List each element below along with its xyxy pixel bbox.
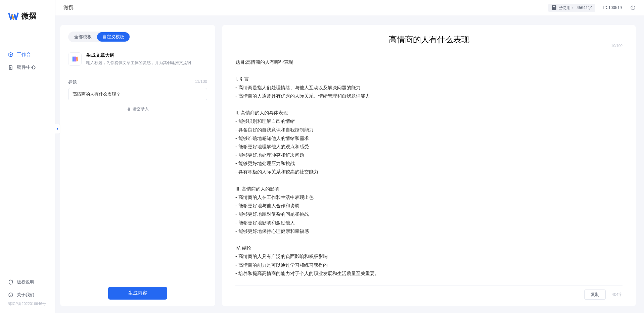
input-panel: 全部模板 自定义模板 生成文章大纲 输入标题，为你提供文章主体的灵感，并为其创建… (60, 25, 215, 306)
topbar-right: T 已使用： 45641字 ID:100519 (548, 4, 636, 12)
svg-rect-3 (128, 107, 130, 110)
usage-badge: T 已使用： 45641字 (548, 4, 595, 12)
template-desc: 输入标题，为你提供文章主体的灵感，并为其创建推文提纲 (86, 60, 207, 66)
books-icon (71, 55, 79, 63)
field-label-row: 标题 11/100 (68, 79, 207, 85)
tab-all-templates[interactable]: 全部模板 (69, 32, 97, 42)
template-icon (68, 52, 82, 66)
logo-icon (8, 11, 19, 21)
mic-icon (127, 107, 131, 112)
tab-custom-templates[interactable]: 自定义模板 (97, 32, 130, 42)
main: 微撰 T 已使用： 45641字 ID:100519 全部模板 自定义模板 (55, 0, 644, 313)
usage-value: 45641字 (577, 5, 592, 11)
char-count: 404字 (612, 292, 623, 298)
info-icon (8, 292, 13, 298)
voice-row: 请空录入 (68, 106, 207, 112)
generate-button[interactable]: 生成内容 (108, 287, 167, 300)
usage-prefix: 已使用： (558, 5, 574, 11)
nav-item-label: 关于我们 (17, 292, 34, 298)
logo-text: 微撰 (21, 11, 36, 21)
document-icon (8, 65, 13, 70)
t-icon: T (552, 5, 556, 10)
field-counter: 11/100 (195, 79, 207, 85)
topbar: 微撰 T 已使用： 45641字 ID:100519 (55, 0, 644, 15)
voice-label: 请空录入 (133, 106, 149, 112)
nav-item-about[interactable]: 关于我们 (0, 289, 55, 301)
svg-rect-2 (74, 57, 76, 62)
page-title: 微撰 (63, 5, 74, 11)
template-info: 生成文章大纲 输入标题，为你提供文章主体的灵感，并为其创建推文提纲 (86, 52, 207, 66)
sidebar-collapse-handle[interactable] (55, 124, 60, 134)
icp-text: 鄂ICP备2022016946号 (0, 301, 55, 306)
nav-item-label: 版权说明 (17, 279, 34, 285)
output-header: 高情商的人有什么表现 10/100 (235, 34, 623, 51)
nav-item-label: 工作台 (17, 52, 31, 58)
logo: 微撰 (0, 11, 55, 32)
template-card: 生成文章大纲 输入标题，为你提供文章主体的灵感，并为其创建推文提纲 (68, 49, 207, 72)
output-title: 高情商的人有什么表现 (235, 34, 623, 45)
cube-icon (8, 52, 13, 57)
nav-item-drafts[interactable]: 稿件中心 (0, 61, 55, 74)
nav: 工作台 稿件中心 (0, 32, 55, 276)
power-icon[interactable] (630, 5, 636, 11)
sidebar: 微撰 工作台 稿件中心 版权说明 关于我们 鄂ICP备2022016946号 (0, 0, 55, 313)
title-input[interactable] (68, 88, 207, 100)
copy-button[interactable]: 复制 (584, 290, 606, 300)
template-title: 生成文章大纲 (86, 52, 207, 58)
nav-item-copyright[interactable]: 版权说明 (0, 276, 55, 289)
output-body[interactable]: 题目:高情商的人有哪些表现 I. 引言 - 高情商是指人们处理情绪、与他人互动以… (235, 58, 623, 282)
voice-input-button[interactable]: 请空录入 (127, 106, 149, 112)
nav-item-workspace[interactable]: 工作台 (0, 48, 55, 61)
workspace: 全部模板 自定义模板 生成文章大纲 输入标题，为你提供文章主体的灵感，并为其创建… (55, 15, 644, 313)
output-panel: 高情商的人有什么表现 10/100 题目:高情商的人有哪些表现 I. 引言 - … (222, 25, 636, 306)
sidebar-bottom: 版权说明 关于我们 鄂ICP备2022016946号 (0, 276, 55, 313)
svg-rect-1 (73, 57, 74, 62)
chevron-left-icon (56, 127, 59, 131)
output-title-counter: 10/100 (611, 44, 623, 48)
template-tabs: 全部模板 自定义模板 (68, 32, 130, 42)
user-id: ID:100519 (603, 5, 622, 10)
shield-icon (8, 279, 13, 285)
nav-item-label: 稿件中心 (17, 64, 36, 70)
output-footer: 复制 404字 (235, 285, 623, 300)
field-label: 标题 (68, 79, 77, 85)
